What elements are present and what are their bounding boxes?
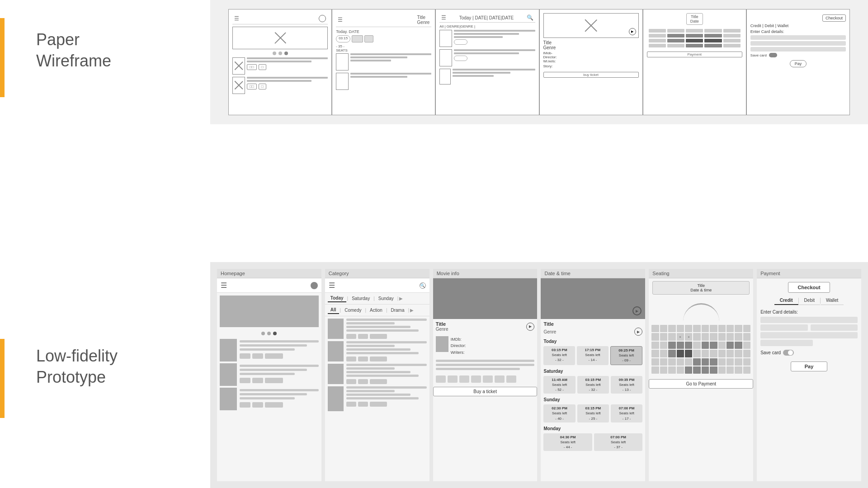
seat-r5c10[interactable] bbox=[726, 358, 734, 366]
seat-r2c7[interactable] bbox=[702, 333, 709, 340]
seat-r6c7[interactable] bbox=[702, 366, 709, 374]
seat-r1c5[interactable] bbox=[685, 325, 692, 332]
card-cvv-input[interactable] bbox=[811, 324, 858, 331]
seat-r5c6[interactable] bbox=[693, 358, 700, 366]
card-name-input[interactable] bbox=[760, 332, 858, 338]
seat-r6c12[interactable] bbox=[743, 366, 750, 374]
seat-r5c1[interactable] bbox=[651, 358, 659, 366]
card-expiry-input[interactable] bbox=[760, 324, 807, 331]
seat-r3c5[interactable] bbox=[685, 342, 692, 349]
seat-r5c12[interactable] bbox=[743, 358, 750, 366]
seat-r5c8[interactable] bbox=[710, 358, 717, 366]
save-card-toggle[interactable]: Save card bbox=[757, 347, 861, 358]
hp-dot-2[interactable] bbox=[267, 332, 271, 335]
dt-play-icon2[interactable]: ▶ bbox=[634, 328, 642, 336]
checkout-button[interactable]: Checkout bbox=[788, 282, 830, 293]
seat-r1c7[interactable] bbox=[702, 325, 709, 332]
seat-r6c9[interactable] bbox=[718, 366, 726, 374]
seat-r3c7[interactable] bbox=[702, 342, 709, 349]
seat-r4c6[interactable] bbox=[693, 350, 700, 357]
seat-r3c9[interactable] bbox=[718, 342, 726, 349]
seat-r4c7[interactable] bbox=[702, 350, 709, 357]
seat-r6c4[interactable] bbox=[677, 366, 684, 374]
tab-comedy[interactable]: Comedy bbox=[342, 307, 364, 314]
seat-r2c9[interactable] bbox=[718, 333, 726, 340]
tab-genre-more[interactable]: ▶ bbox=[410, 308, 414, 313]
seat-r4c2[interactable] bbox=[660, 350, 667, 357]
seat-r1c8[interactable] bbox=[710, 325, 717, 332]
seat-r3c4[interactable] bbox=[677, 342, 684, 349]
seat-r6c6[interactable] bbox=[693, 366, 700, 374]
seat-r2c10[interactable] bbox=[726, 333, 734, 340]
seat-r2c12[interactable] bbox=[743, 333, 750, 340]
seat-r4c10[interactable] bbox=[726, 350, 734, 357]
tab-sunday[interactable]: Sunday bbox=[376, 295, 396, 302]
seat-r3c3[interactable] bbox=[668, 342, 675, 349]
seat-r6c11[interactable] bbox=[735, 366, 742, 374]
seat-r5c11[interactable] bbox=[735, 358, 742, 366]
seat-r5c2[interactable] bbox=[660, 358, 667, 366]
seat-r2c11[interactable] bbox=[735, 333, 742, 340]
seat-r1c6[interactable] bbox=[693, 325, 700, 332]
seat-r2c5[interactable]: ✕ bbox=[685, 333, 692, 340]
seat-r1c2[interactable] bbox=[660, 325, 667, 332]
dt-time-0315pm[interactable]: 03:15 PM Seats left - 32 - bbox=[543, 346, 575, 365]
tab-today[interactable]: Today bbox=[328, 295, 346, 302]
seat-r6c10[interactable] bbox=[726, 366, 734, 374]
seat-r6c2[interactable] bbox=[660, 366, 667, 374]
seat-r1c12[interactable] bbox=[743, 325, 750, 332]
tab-more[interactable]: ▶ bbox=[399, 296, 403, 301]
cat-hamburger-icon[interactable]: ☰ bbox=[329, 281, 335, 290]
seat-r3c2[interactable] bbox=[660, 342, 667, 349]
dt-play-button[interactable]: ▶ bbox=[632, 306, 642, 315]
seat-r2c1[interactable] bbox=[651, 333, 659, 340]
seat-r4c9[interactable] bbox=[718, 350, 726, 357]
seat-r6c1[interactable] bbox=[651, 366, 659, 374]
dt-sat-0315pm[interactable]: 03:15 PM Seats left - 32 - bbox=[577, 376, 609, 394]
card-number-input[interactable] bbox=[760, 317, 858, 323]
seat-r1c4[interactable] bbox=[677, 325, 684, 332]
seat-r5c5[interactable] bbox=[685, 358, 692, 366]
dt-sun-0230pm[interactable]: 02:30 PM Seats left - 40 - bbox=[543, 404, 575, 422]
dt-time-1715pm[interactable]: 17:15 PM Seats left - 14 - bbox=[577, 346, 609, 365]
tab-drama[interactable]: Drama bbox=[388, 307, 407, 314]
go-to-payment-button[interactable]: Go to Payment bbox=[649, 379, 753, 389]
tab-saturday[interactable]: Saturday bbox=[349, 295, 373, 302]
seat-r6c8[interactable] bbox=[710, 366, 717, 374]
seat-r2c6[interactable] bbox=[693, 333, 700, 340]
seat-r1c3[interactable] bbox=[668, 325, 675, 332]
seat-r2c3[interactable] bbox=[668, 333, 675, 340]
dt-mon-0700pm[interactable]: 07:00 PM Seats left - 37 - bbox=[594, 433, 642, 451]
cat-search-icon[interactable]: 🔍 bbox=[420, 282, 426, 289]
seat-r3c12[interactable] bbox=[743, 342, 750, 349]
seat-r3c6[interactable] bbox=[693, 342, 700, 349]
seat-r3c11[interactable] bbox=[735, 342, 742, 349]
seat-r3c10[interactable] bbox=[726, 342, 734, 349]
seat-r4c12[interactable] bbox=[743, 350, 750, 357]
seat-r4c3[interactable] bbox=[668, 350, 675, 357]
seat-r4c1[interactable] bbox=[651, 350, 659, 357]
seat-r1c9[interactable] bbox=[718, 325, 726, 332]
hp-dot-1[interactable] bbox=[261, 332, 265, 335]
pw-buy-ticket-btn[interactable]: buy ticket bbox=[543, 72, 639, 78]
card-extra-input[interactable] bbox=[760, 340, 812, 346]
seat-r4c11[interactable] bbox=[735, 350, 742, 357]
tab-action[interactable]: Action bbox=[367, 307, 385, 314]
seat-r1c11[interactable] bbox=[735, 325, 742, 332]
seat-r2c4[interactable]: ✕ bbox=[677, 333, 684, 340]
movie-play-icon[interactable]: ▶ bbox=[526, 323, 534, 331]
dt-sat-1145am[interactable]: 11:45 AM Seats left - 52 - bbox=[543, 376, 575, 394]
tab-debit[interactable]: Debit bbox=[799, 296, 820, 305]
dt-sun-0315pm[interactable]: 03:15 PM Seats left - 25 - bbox=[577, 404, 609, 422]
dt-time-0925pm[interactable]: 09:25 PM Seats left - 09 - bbox=[610, 346, 643, 365]
seat-r4c5[interactable] bbox=[685, 350, 692, 357]
seat-r5c3[interactable] bbox=[668, 358, 675, 366]
seat-r5c9[interactable] bbox=[718, 358, 726, 366]
dt-mon-0430pm[interactable]: 04:30 PM Seats left - 44 - bbox=[543, 433, 592, 451]
hp-profile-icon[interactable] bbox=[311, 282, 318, 289]
seat-r2c8[interactable] bbox=[710, 333, 717, 340]
tab-credit[interactable]: Credit bbox=[774, 296, 798, 305]
tab-wallet[interactable]: Wallet bbox=[821, 296, 844, 305]
tab-all[interactable]: All bbox=[328, 306, 339, 314]
seat-r2c2[interactable] bbox=[660, 333, 667, 340]
